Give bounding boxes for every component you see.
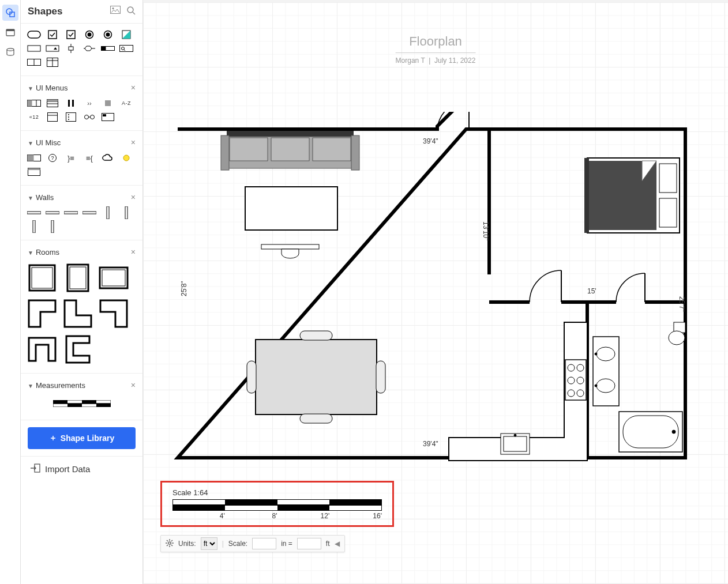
svg-point-4	[7, 48, 14, 51]
scale-bar-highlight[interactable]: Scale 1:64 4' 8' 12' 16'	[160, 481, 394, 527]
room-u-1[interactable]	[27, 334, 58, 365]
close-icon[interactable]: ×	[131, 247, 136, 257]
shape-checkbox[interactable]	[45, 29, 60, 40]
shape-radio-2[interactable]	[100, 29, 115, 40]
svg-rect-72	[100, 267, 127, 288]
shape-link-chain[interactable]	[82, 112, 97, 122]
shape-wall-v3[interactable]	[27, 221, 42, 232]
shape-rounded-rect[interactable]	[27, 29, 42, 40]
image-icon[interactable]	[110, 6, 121, 17]
rail-shapes-icon[interactable]	[2, 5, 18, 21]
import-data-button[interactable]: Import Data	[21, 456, 142, 481]
shape-wall-v1[interactable]	[100, 208, 115, 218]
svg-point-127	[168, 541, 171, 544]
shape-input[interactable]	[27, 43, 42, 54]
floorplan-drawing[interactable]: 39'4" 39'4" 25'8" 13'10" 15' 25'7"	[160, 112, 703, 469]
plus-icon: ＋	[49, 433, 57, 443]
scale-label: Scale 1:64	[172, 488, 382, 497]
room-l-2[interactable]	[62, 298, 93, 329]
section-ui-misc: ▼UI Misc × ? }≡ ≡{	[21, 131, 142, 186]
shape-search-field[interactable]	[119, 43, 134, 54]
scale-in-input[interactable]	[252, 538, 276, 549]
shape-wall-h4[interactable]	[82, 208, 97, 218]
import-data-label: Import Data	[45, 464, 90, 474]
shape-tabbar[interactable]	[27, 98, 42, 108]
shape-list[interactable]	[45, 98, 60, 108]
svg-point-13	[88, 33, 92, 37]
svg-rect-64	[107, 206, 109, 219]
shape-window[interactable]	[27, 167, 42, 177]
room-wide[interactable]	[98, 262, 129, 293]
shape-stop[interactable]	[100, 98, 115, 108]
shape-help[interactable]: ?	[45, 153, 60, 163]
close-icon[interactable]: ×	[131, 193, 136, 202]
close-icon[interactable]: ×	[131, 138, 136, 147]
shape-wall-v4[interactable]	[45, 221, 60, 232]
svg-line-134	[167, 545, 168, 546]
shape-lines-brace[interactable]: ≡{	[82, 153, 97, 163]
shape-wall-h3[interactable]	[63, 208, 78, 218]
shape-wall-h2[interactable]	[45, 208, 60, 218]
canvas[interactable]: Floorplan Morgan T | July 11, 2022	[143, 0, 728, 584]
close-icon[interactable]: ×	[131, 380, 136, 390]
section-header-ui-menus[interactable]: ▼UI Menus ×	[27, 80, 137, 96]
section-header-walls[interactable]: ▼Walls ×	[27, 189, 137, 205]
shape-color-chip[interactable]	[119, 29, 134, 40]
section-header-ui-misc[interactable]: ▼UI Misc ×	[27, 134, 137, 150]
svg-rect-23	[102, 47, 106, 51]
shape-library-button[interactable]: ＋ Shape Library	[28, 427, 136, 449]
shape-table-2col[interactable]	[45, 57, 60, 67]
shape-progress[interactable]	[100, 43, 115, 54]
collapse-icon[interactable]: ◀	[335, 540, 340, 548]
page-title[interactable]: Floorplan	[396, 34, 476, 53]
shape-scale-bar[interactable]	[53, 399, 111, 408]
shapes-panel: Shapes ▼UI Me	[21, 0, 143, 584]
shape-brace-lines[interactable]: }≡	[63, 153, 78, 163]
shape-cloud[interactable]	[100, 153, 115, 163]
room-u-2[interactable]	[62, 334, 93, 365]
shape-split-input[interactable]	[27, 57, 42, 67]
room-l-1[interactable]	[27, 298, 58, 329]
shape-slider-vert[interactable]	[63, 43, 78, 54]
shape-panel[interactable]	[45, 112, 60, 122]
section-header-measurements[interactable]: ▼Measurements ×	[27, 377, 137, 393]
shape-status-dot[interactable]	[119, 153, 134, 163]
room-square[interactable]	[27, 262, 58, 293]
gear-icon[interactable]	[166, 539, 174, 549]
section-header-rooms[interactable]: ▼Rooms ×	[27, 244, 137, 260]
rail-data-icon[interactable]	[2, 44, 18, 60]
svg-point-111	[514, 434, 516, 436]
shape-panel-dots[interactable]	[63, 112, 78, 122]
dim-left: 25'8"	[180, 281, 188, 296]
svg-rect-40	[72, 100, 74, 107]
shape-wall-v2[interactable]	[119, 208, 134, 218]
room-l-3[interactable]	[98, 298, 129, 329]
room-tall[interactable]	[62, 262, 93, 293]
shape-sort[interactable]: A-Z	[119, 98, 134, 108]
svg-rect-37	[47, 100, 58, 102]
shape-slider-horiz[interactable]	[82, 43, 97, 54]
shape-toggle[interactable]	[27, 153, 42, 163]
svg-rect-99	[351, 135, 359, 170]
shape-checkbox-2[interactable]	[63, 29, 78, 40]
shape-library-label: Shape Library	[61, 434, 114, 443]
rail-page-icon[interactable]	[2, 24, 18, 40]
scale-ft-input[interactable]	[297, 538, 321, 549]
svg-rect-101	[256, 340, 377, 415]
search-icon[interactable]	[126, 6, 136, 17]
units-select[interactable]: ft	[201, 537, 217, 550]
svg-rect-110	[504, 436, 527, 451]
svg-point-118	[669, 331, 685, 345]
svg-rect-59	[28, 168, 40, 171]
shape-radio[interactable]	[82, 29, 97, 40]
section-label: UI Misc	[36, 138, 61, 147]
svg-line-135	[171, 540, 172, 541]
shape-card[interactable]	[100, 112, 115, 122]
shape-dropdown[interactable]	[45, 43, 60, 54]
shape-wall-h1[interactable]	[27, 208, 42, 218]
shape-ff[interactable]: ››	[82, 98, 97, 108]
close-icon[interactable]: ×	[131, 83, 136, 92]
shape-pause[interactable]	[63, 98, 78, 108]
shape-lt12[interactable]: «12	[27, 112, 42, 122]
svg-rect-76	[82, 400, 96, 404]
